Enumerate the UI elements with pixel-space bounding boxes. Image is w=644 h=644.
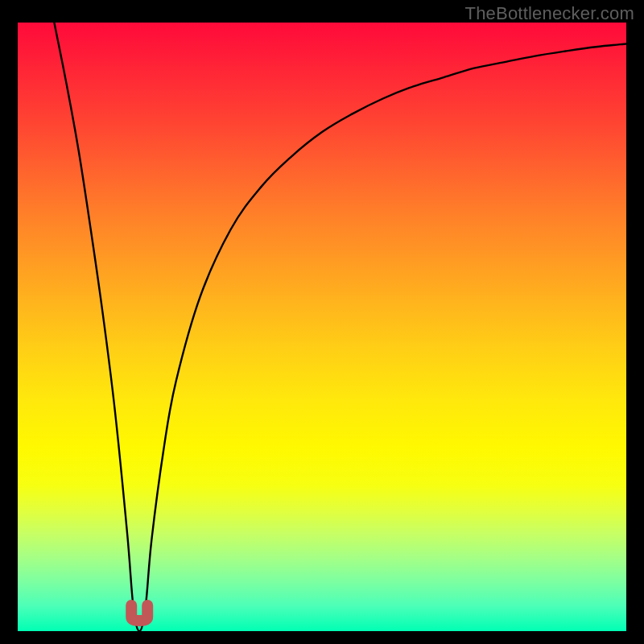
chart-frame: TheBottlenecker.com xyxy=(0,0,644,644)
attribution-label: TheBottlenecker.com xyxy=(465,3,634,24)
bottleneck-curve xyxy=(54,23,626,631)
curve-layer xyxy=(18,23,626,631)
plot-area xyxy=(18,23,626,631)
optimal-marker xyxy=(131,605,147,621)
